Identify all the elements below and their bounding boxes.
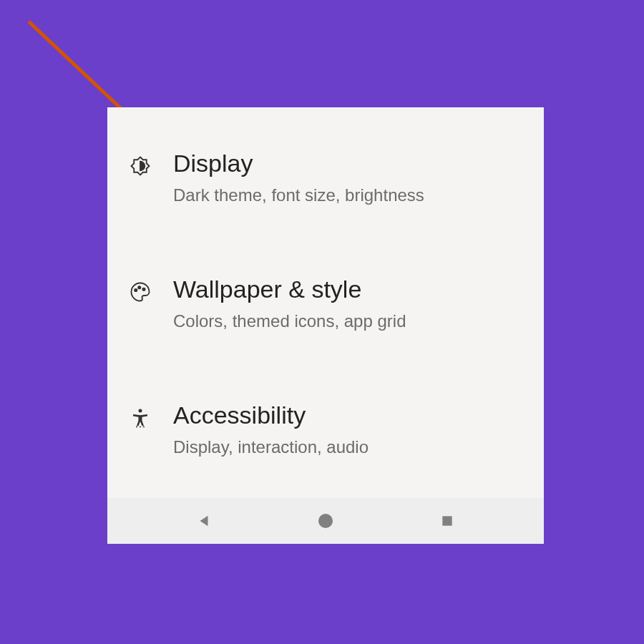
svg-point-8 [140, 426, 141, 427]
brightness-icon [127, 153, 153, 179]
settings-item-subtitle: Dark theme, font size, brightness [173, 184, 527, 206]
svg-point-4 [138, 286, 140, 288]
settings-item-subtitle: Colors, themed icons, app grid [173, 310, 527, 332]
settings-item-title: Wallpaper & style [173, 275, 527, 304]
settings-item-display[interactable]: Display Dark theme, font size, brightnes… [107, 129, 544, 226]
nav-home-button[interactable] [316, 511, 336, 531]
settings-item-wallpaper[interactable]: Wallpaper & style Colors, themed icons, … [107, 255, 544, 352]
svg-point-6 [139, 409, 142, 412]
settings-item-title: Accessibility [173, 401, 527, 430]
settings-item-accessibility[interactable]: Accessibility Display, interaction, audi… [107, 381, 544, 478]
settings-item-title: Display [173, 149, 527, 178]
svg-point-5 [142, 288, 145, 291]
palette-icon [127, 279, 153, 305]
settings-item-text: Accessibility Display, interaction, audi… [173, 401, 527, 458]
settings-list: Display Dark theme, font size, brightnes… [107, 107, 544, 498]
settings-panel: Display Dark theme, font size, brightnes… [107, 107, 544, 544]
nav-back-button[interactable] [194, 511, 214, 531]
settings-item-subtitle: Display, interaction, audio [173, 436, 527, 458]
svg-point-3 [135, 289, 137, 291]
settings-item-text: Display Dark theme, font size, brightnes… [173, 149, 527, 206]
settings-item-text: Wallpaper & style Colors, themed icons, … [173, 275, 527, 332]
svg-point-11 [318, 514, 333, 528]
nav-recent-button[interactable] [437, 511, 457, 531]
accessibility-icon [127, 405, 153, 431]
svg-point-7 [136, 426, 137, 427]
svg-rect-12 [442, 516, 452, 525]
svg-marker-10 [200, 516, 208, 527]
android-nav-bar [107, 498, 544, 544]
svg-point-9 [143, 426, 145, 427]
